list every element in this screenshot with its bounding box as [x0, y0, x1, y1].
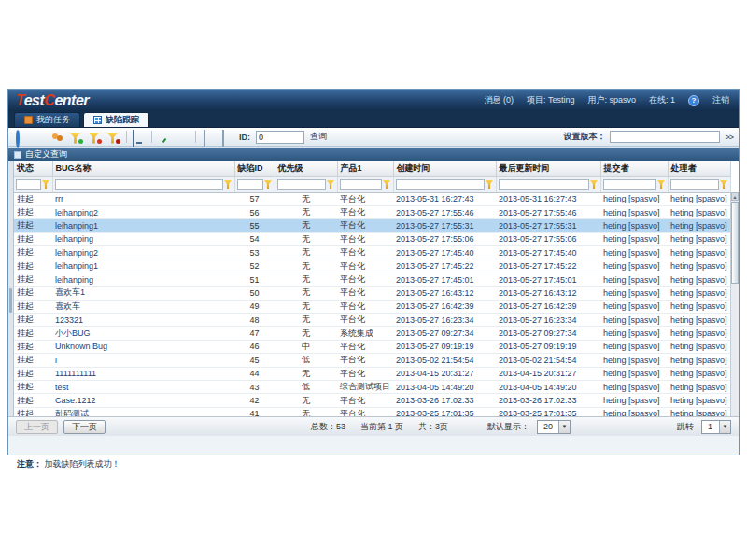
filter-funnel-icon[interactable]: [657, 180, 666, 189]
version-input[interactable]: [610, 131, 720, 143]
table-row[interactable]: 挂起leihanping155无平台化2013-05-27 17:55:3120…: [14, 219, 730, 232]
next-page-button[interactable]: 下一页: [63, 420, 106, 434]
app-logo: TestCenter: [16, 92, 89, 109]
tab-my-tasks[interactable]: 我的任务: [14, 112, 80, 127]
tab-defect-tracking[interactable]: 缺陷跟踪: [83, 112, 149, 127]
cell-product: 平台化: [337, 205, 393, 218]
filter-funnel-icon[interactable]: [486, 180, 494, 189]
filter-input[interactable]: [16, 179, 41, 190]
filter-input[interactable]: [277, 179, 326, 190]
total-count: 总数：53: [311, 421, 345, 433]
filter-funnel-icon[interactable]: [720, 180, 728, 189]
users-icon[interactable]: [51, 131, 64, 144]
query-button[interactable]: 查询: [310, 131, 327, 143]
table-row[interactable]: 挂起12332148无平台化2013-05-27 16:23:342013-05…: [14, 314, 730, 327]
table-row[interactable]: 挂起Case:121242无平台化2013-03-26 17:02:332013…: [14, 394, 730, 407]
column-header-0[interactable]: 状态: [14, 161, 52, 176]
table-row[interactable]: 挂起喜欢车49无平台化2013-05-27 16:42:392013-05-27…: [14, 300, 730, 313]
monitor-icon[interactable]: [133, 131, 146, 144]
column-header-5[interactable]: 创建时间: [393, 161, 496, 176]
messages-link[interactable]: 消息 (0): [484, 94, 514, 106]
column-header-3[interactable]: 优先级: [275, 161, 337, 176]
column-header-8[interactable]: 处理者: [668, 161, 730, 176]
filter-input[interactable]: [340, 179, 382, 190]
table-row[interactable]: 挂起leihanping152无平台化2013-05-27 17:45:2220…: [14, 259, 730, 273]
table-row[interactable]: 挂起leihanping256无平台化2013-05-27 17:55:4620…: [14, 205, 730, 218]
filter-funnel-icon[interactable]: [383, 180, 391, 189]
filter-add-icon[interactable]: [70, 131, 83, 144]
filter-input[interactable]: [603, 179, 656, 190]
cell-handler: heting [spasvo]: [668, 314, 730, 327]
cell-updated: 2013-05-27 16:42:39: [496, 300, 600, 313]
table-row[interactable]: 挂起leihanping54无平台化2013-05-27 17:55:06201…: [14, 232, 730, 245]
refresh-icon[interactable]: [14, 131, 27, 144]
cell-updated: 2013-04-15 20:31:27: [496, 367, 600, 380]
cell-updated: 2013-04-05 14:49:20: [496, 380, 600, 393]
filter-input[interactable]: [670, 179, 719, 190]
prev-page-button[interactable]: 上一页: [16, 420, 58, 434]
cell-name: leihanping: [52, 232, 234, 245]
column-header-7[interactable]: 提交者: [600, 161, 668, 176]
column-header-6[interactable]: 最后更新时间: [496, 161, 600, 176]
cell-updated: 2013-05-27 16:43:12: [496, 287, 600, 300]
filter-input[interactable]: [237, 179, 263, 190]
scrollbar-thumb[interactable]: [731, 202, 739, 284]
column-header-2[interactable]: 缺陷ID: [234, 161, 275, 176]
cell-handler: heting [spasvo]: [668, 219, 730, 232]
jump-page-select[interactable]: 1 ▼: [701, 420, 731, 434]
filter-input[interactable]: [499, 179, 589, 190]
table-row[interactable]: 挂起喜欢车150无平台化2013-05-27 16:43:122013-05-2…: [14, 287, 730, 300]
query-panel-icon: [14, 151, 21, 159]
table-row[interactable]: 挂起i45低平台化2013-05-02 21:54:542013-05-02 2…: [14, 354, 730, 367]
table-row[interactable]: 挂起111111111144无平台化2013-04-15 20:31:27201…: [14, 367, 730, 380]
filter-cell: [393, 176, 496, 192]
cell-priority: 无: [275, 394, 337, 407]
page-size-select[interactable]: 20 ▼: [537, 420, 571, 434]
filter-clear-icon[interactable]: [107, 131, 120, 144]
more-button[interactable]: >>: [725, 133, 733, 142]
page-count: 共：3页: [418, 421, 448, 433]
filter-funnel-icon[interactable]: [264, 180, 273, 189]
splitter-handle-icon[interactable]: [9, 288, 12, 313]
filter-funnel-icon[interactable]: [42, 180, 50, 189]
defect-grid-area: 状态BUG名称缺陷ID优先级产品1创建时间最后更新时间提交者处理者 挂起rrr5…: [8, 161, 739, 436]
cell-name: 123321: [52, 314, 234, 327]
filter-funnel-icon[interactable]: [327, 180, 335, 189]
table-row[interactable]: 挂起小小BUG47无系统集成2013-05-27 09:27:342013-05…: [14, 327, 730, 340]
cell-status: 挂起: [14, 232, 52, 245]
table-row[interactable]: 挂起Unknown Bug46中平台化2013-05-27 09:19:1920…: [14, 340, 730, 353]
scroll-up-icon[interactable]: ▲: [731, 192, 739, 201]
table-row[interactable]: 挂起test43低综合测试项目2013-04-05 14:49:202013-0…: [14, 380, 730, 393]
id-input[interactable]: [256, 131, 304, 144]
cell-priority: 无: [275, 259, 337, 273]
filter-funnel-icon[interactable]: [224, 180, 233, 189]
logo-part: C: [44, 92, 54, 108]
delete-doc-icon[interactable]: [220, 131, 233, 144]
cell-updated: 2013-05-27 17:55:06: [496, 232, 600, 245]
cell-updated: 2013-05-27 16:23:34: [496, 314, 600, 327]
cell-created: 2013-03-26 17:02:33: [393, 394, 496, 407]
pin-icon[interactable]: [158, 131, 171, 144]
filter-edit-icon[interactable]: [89, 131, 102, 144]
cell-product: 平台化: [337, 394, 393, 407]
feather-icon[interactable]: [33, 131, 46, 144]
column-header-4[interactable]: 产品1: [337, 161, 393, 176]
table-row[interactable]: 挂起leihanping51无平台化2013-05-27 17:45:01201…: [14, 273, 730, 286]
vertical-scrollbar[interactable]: ▲ ▼: [730, 192, 739, 436]
app-window: TestCenter 消息 (0) 项目: Testing 用户: spasvo…: [7, 89, 740, 455]
logout-link[interactable]: 注销: [712, 94, 729, 106]
cell-id: 56: [234, 205, 275, 218]
grid-icon: [93, 116, 102, 124]
filter-funnel-icon[interactable]: [590, 180, 599, 189]
cell-handler: heting [spasvo]: [668, 287, 730, 300]
filter-input[interactable]: [55, 179, 223, 190]
table-row[interactable]: 挂起leihanping253无平台化2013-05-27 17:45:4020…: [14, 246, 730, 259]
cell-updated: 2013-05-27 09:27:34: [496, 327, 600, 340]
pen-icon[interactable]: [176, 131, 190, 144]
export-doc-icon[interactable]: [202, 131, 215, 144]
filter-input[interactable]: [396, 179, 485, 190]
table-row[interactable]: 挂起rrr57无平台化2013-05-31 16:27:432013-05-31…: [14, 192, 730, 205]
help-icon[interactable]: ?: [688, 95, 699, 106]
cell-name: Unknown Bug: [52, 340, 234, 353]
column-header-1[interactable]: BUG名称: [52, 161, 234, 176]
